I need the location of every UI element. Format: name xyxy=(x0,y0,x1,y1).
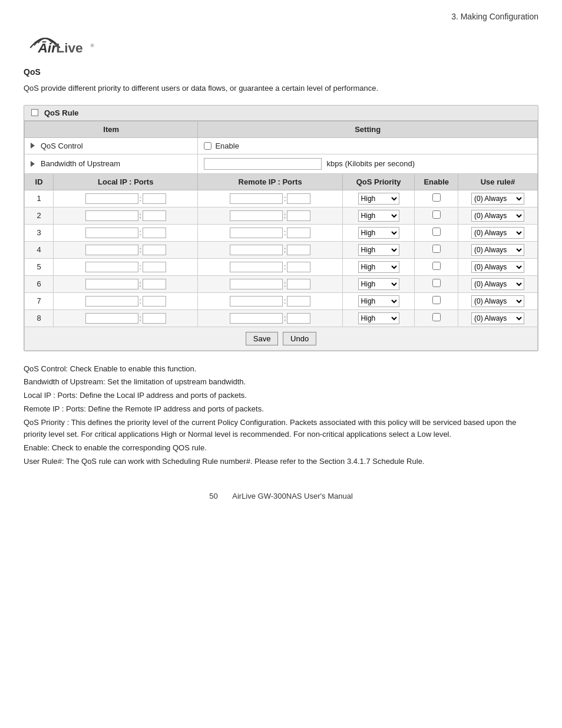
remote-port-input-6[interactable] xyxy=(287,279,310,289)
use-rule-cell-6: (0) Always xyxy=(458,275,538,292)
setting-header: Setting xyxy=(198,121,538,137)
remote-ip-input-2[interactable] xyxy=(230,210,283,221)
remote-ip-input-5[interactable] xyxy=(230,262,283,272)
description-block: QoS Control: Check Enable to enable this… xyxy=(24,363,538,468)
remote-port-input-1[interactable] xyxy=(287,193,310,204)
local-port-input-4[interactable] xyxy=(143,245,166,255)
local-ip-cell-4: : xyxy=(54,241,198,258)
remote-port-input-8[interactable] xyxy=(287,313,310,324)
enable-checkbox-1[interactable] xyxy=(432,193,441,202)
priority-select-3[interactable]: High Normal Low xyxy=(358,227,399,239)
local-port-input-3[interactable] xyxy=(143,228,166,238)
qos-control-checkbox[interactable] xyxy=(204,142,211,150)
enable-checkbox-3[interactable] xyxy=(432,228,441,236)
remote-ip-input-4[interactable] xyxy=(230,245,283,255)
remote-ip-input-7[interactable] xyxy=(230,296,283,307)
use-rule-select-8[interactable]: (0) Always xyxy=(471,312,524,324)
local-ip-input-8[interactable] xyxy=(85,313,138,324)
description-line-7: User Rule#: The QoS rule can work with S… xyxy=(24,456,538,468)
bandwidth-label-cell: Bandwidth of Upstream xyxy=(25,154,198,173)
local-ip-input-5[interactable] xyxy=(85,262,138,272)
local-ip-cell-6: : xyxy=(54,275,198,292)
local-ip-input-1[interactable] xyxy=(85,193,138,204)
priority-select-7[interactable]: High Normal Low xyxy=(358,295,399,307)
use-rule-select-4[interactable]: (0) Always xyxy=(471,244,524,256)
use-rule-select-7[interactable]: (0) Always xyxy=(471,295,524,307)
column-header-row: ID Local IP : Ports Remote IP : Ports Qo… xyxy=(25,173,538,190)
local-ip-input-4[interactable] xyxy=(85,245,138,255)
remote-port-input-7[interactable] xyxy=(287,296,310,307)
use-rule-select-6[interactable]: (0) Always xyxy=(471,278,524,290)
table-title-icon xyxy=(31,109,38,116)
local-ip-input-6[interactable] xyxy=(85,279,138,289)
local-ip-input-7[interactable] xyxy=(85,296,138,307)
local-port-input-7[interactable] xyxy=(143,296,166,307)
use-rule-cell-2: (0) Always xyxy=(458,207,538,224)
local-port-input-5[interactable] xyxy=(143,262,166,272)
remote-port-input-2[interactable] xyxy=(287,210,310,221)
local-ip-cell-7: : xyxy=(54,292,198,309)
remote-ip-input-6[interactable] xyxy=(230,279,283,289)
priority-select-2[interactable]: High Normal Low xyxy=(358,210,399,222)
svg-text:Live: Live xyxy=(56,40,83,55)
description-line-2: Bandwidth of Upstream: Set the limitatio… xyxy=(24,376,538,388)
use-rule-select-3[interactable]: (0) Always xyxy=(471,227,524,239)
priority-select-8[interactable]: High Normal Low xyxy=(358,312,399,324)
local-ip-cell-2: : xyxy=(54,207,198,224)
enable-checkbox-4[interactable] xyxy=(432,245,441,253)
local-ip-input-2[interactable] xyxy=(85,210,138,221)
qos-control-setting-cell: Enable xyxy=(198,137,538,154)
enable-checkbox-5[interactable] xyxy=(432,262,441,270)
remote-ip-input-8[interactable] xyxy=(230,313,283,324)
priority-select-4[interactable]: High Normal Low xyxy=(358,244,399,256)
local-port-input-1[interactable] xyxy=(143,193,166,204)
enable-checkbox-7[interactable] xyxy=(432,296,441,304)
col-enable: Enable xyxy=(415,173,458,190)
local-ip-input-3[interactable] xyxy=(85,228,138,238)
enable-cell-1 xyxy=(415,190,458,207)
use-rule-cell-5: (0) Always xyxy=(458,258,538,275)
bandwidth-arrow-icon xyxy=(31,161,35,167)
priority-select-5[interactable]: High Normal Low xyxy=(358,261,399,273)
use-rule-select-5[interactable]: (0) Always xyxy=(471,261,524,273)
description-line-4: Remote IP : Ports: Define the Remote IP … xyxy=(24,403,538,416)
priority-select-1[interactable]: High Normal Low xyxy=(358,193,399,205)
col-id: ID xyxy=(25,173,54,190)
table-row: 3 : : High Normal Low xyxy=(25,224,538,241)
enable-checkbox-8[interactable] xyxy=(432,313,441,321)
col-qos-priority: QoS Priority xyxy=(342,173,415,190)
local-port-input-8[interactable] xyxy=(143,313,166,324)
remote-port-input-3[interactable] xyxy=(287,228,310,238)
enable-checkbox-2[interactable] xyxy=(432,210,441,219)
local-port-input-2[interactable] xyxy=(143,210,166,221)
local-port-input-6[interactable] xyxy=(143,279,166,289)
svg-text:®: ® xyxy=(91,43,94,48)
remote-ip-cell-3: : xyxy=(198,224,342,241)
bandwidth-setting-cell: kbps (Kilobits per second) xyxy=(198,154,538,173)
table-title-text: QoS Rule xyxy=(44,108,79,117)
use-rule-select-1[interactable]: (0) Always xyxy=(471,193,524,205)
col-local-ip: Local IP : Ports xyxy=(54,173,198,190)
remote-ip-input-3[interactable] xyxy=(230,228,283,238)
save-button[interactable]: Save xyxy=(246,332,279,345)
remote-port-input-5[interactable] xyxy=(287,262,310,272)
footer-product-name: AirLive GW-300NAS User's Manual xyxy=(232,492,353,500)
header-text: 3. Making Configuration xyxy=(451,12,538,21)
section-description: QoS provide different priority to differ… xyxy=(24,83,538,94)
footer-row: Save Undo xyxy=(25,327,538,350)
row-id-7: 7 xyxy=(25,292,54,309)
remote-port-input-4[interactable] xyxy=(287,245,310,255)
item-setting-header-row: Item Setting xyxy=(25,121,538,137)
remote-ip-input-1[interactable] xyxy=(230,193,283,204)
enable-checkbox-6[interactable] xyxy=(432,279,441,287)
use-rule-cell-4: (0) Always xyxy=(458,241,538,258)
description-line-6: Enable: Check to enable the correspondin… xyxy=(24,442,538,454)
remote-ip-cell-5: : xyxy=(198,258,342,275)
undo-button[interactable]: Undo xyxy=(283,332,316,345)
enable-cell-4 xyxy=(415,241,458,258)
priority-select-6[interactable]: High Normal Low xyxy=(358,278,399,290)
use-rule-select-2[interactable]: (0) Always xyxy=(471,210,524,222)
col-remote-ip: Remote IP : Ports xyxy=(198,173,342,190)
table-row: 1 : : High Normal Low xyxy=(25,190,538,207)
bandwidth-input[interactable] xyxy=(204,158,322,170)
